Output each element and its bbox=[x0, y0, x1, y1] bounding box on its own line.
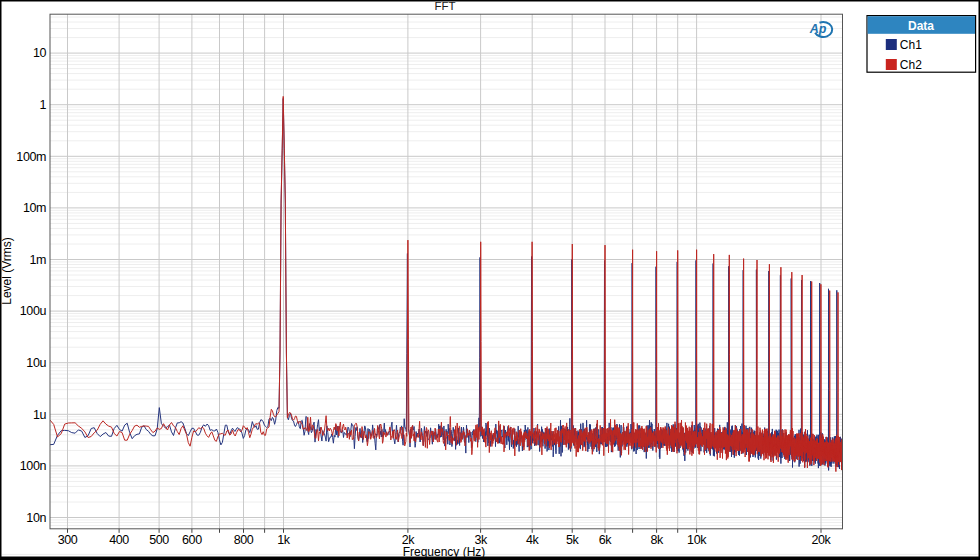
svg-text:8k: 8k bbox=[650, 533, 664, 547]
svg-text:600: 600 bbox=[182, 533, 202, 547]
svg-text:Data: Data bbox=[908, 19, 934, 33]
svg-text:100m: 100m bbox=[16, 150, 46, 164]
svg-text:5k: 5k bbox=[566, 533, 580, 547]
svg-text:10u: 10u bbox=[26, 356, 46, 370]
svg-text:Level (Vrms): Level (Vrms) bbox=[0, 237, 14, 305]
svg-text:1k: 1k bbox=[277, 533, 291, 547]
svg-text:Frequency (Hz): Frequency (Hz) bbox=[403, 545, 486, 559]
svg-text:1m: 1m bbox=[29, 253, 46, 267]
svg-text:1: 1 bbox=[39, 98, 46, 112]
svg-text:500: 500 bbox=[149, 533, 169, 547]
svg-text:800: 800 bbox=[234, 533, 254, 547]
svg-text:Ap: Ap bbox=[809, 22, 827, 36]
svg-text:Ch1: Ch1 bbox=[900, 38, 922, 52]
svg-text:20k: 20k bbox=[812, 533, 832, 547]
svg-text:1u: 1u bbox=[33, 408, 47, 422]
svg-text:300: 300 bbox=[58, 533, 78, 547]
svg-text:4k: 4k bbox=[526, 533, 540, 547]
svg-text:10k: 10k bbox=[687, 533, 707, 547]
svg-text:400: 400 bbox=[109, 533, 129, 547]
svg-text:6k: 6k bbox=[599, 533, 613, 547]
svg-text:100u: 100u bbox=[20, 304, 47, 318]
svg-text:10: 10 bbox=[33, 46, 47, 60]
svg-text:10m: 10m bbox=[23, 201, 46, 215]
svg-text:10n: 10n bbox=[26, 511, 46, 525]
svg-text:FFT: FFT bbox=[434, 0, 455, 12]
svg-text:Ch2: Ch2 bbox=[900, 58, 922, 72]
svg-text:100n: 100n bbox=[20, 459, 47, 473]
